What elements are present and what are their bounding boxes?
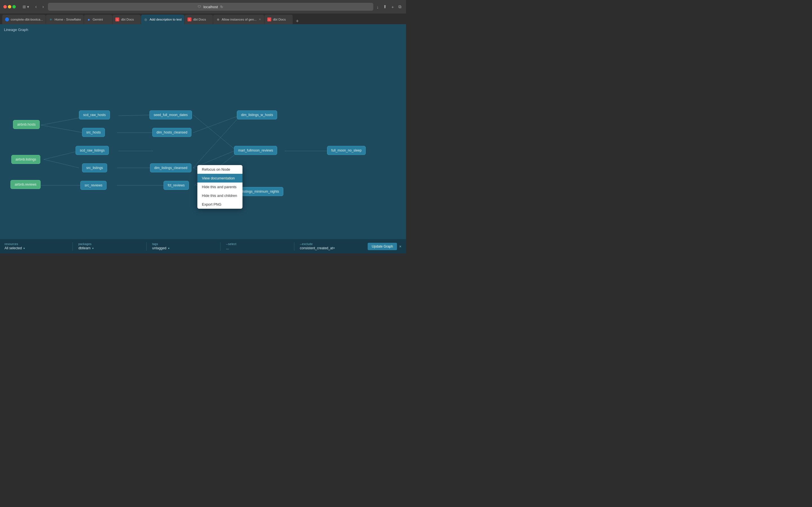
node-airbnb-listings[interactable]: airbnb.listings xyxy=(11,155,40,164)
downloads-btn[interactable]: ↓ xyxy=(375,4,380,10)
tab-home-snowflake[interactable]: ❄ Home - Snowflake xyxy=(46,15,84,24)
tab-label-5: Add description to test xyxy=(149,18,182,21)
node-scd-raw-hosts[interactable]: scd_raw_hosts xyxy=(79,110,110,119)
svg-line-14 xyxy=(193,115,237,151)
tab-favicon-2: ❄ xyxy=(49,17,53,21)
svg-line-1 xyxy=(41,125,83,133)
divider-1 xyxy=(72,242,73,251)
node-label: seed_full_moon_dates xyxy=(154,113,188,117)
address-bar[interactable]: 🛡 localhost ↻ xyxy=(48,3,373,11)
node-src-hosts[interactable]: src_hosts xyxy=(82,128,105,137)
tab-add-description[interactable]: ◎ Add description to test xyxy=(141,15,185,24)
svg-line-10 xyxy=(193,115,241,133)
minimize-window-btn[interactable] xyxy=(8,5,11,8)
tab-label-4: dbt Docs xyxy=(121,18,138,21)
node-scd-raw-listings[interactable]: scd_raw_listings xyxy=(75,146,109,155)
context-menu-export-png[interactable]: Export PNG xyxy=(197,200,243,209)
tab-favicon-6: L xyxy=(188,17,192,21)
node-airbnb-hosts[interactable]: airbnb.hosts xyxy=(13,120,40,129)
toolbar-close-btn[interactable]: × xyxy=(399,244,402,249)
node-label: scd_raw_hosts xyxy=(83,113,106,117)
tab-dbt-docs-2[interactable]: L dbt Docs xyxy=(185,15,213,24)
tab-label-6: dbt Docs xyxy=(193,18,210,21)
tab-dbt-docs-1[interactable]: L dbt Docs xyxy=(112,15,141,24)
shield-icon: 🛡 xyxy=(198,5,201,9)
node-label: dim_hosts_cleansed xyxy=(156,130,187,134)
node-label: airbnb.reviews xyxy=(15,182,36,186)
select-label: --select xyxy=(226,242,289,245)
node-dim-listings-w-hosts[interactable]: dim_listings_w_hosts xyxy=(237,110,277,119)
update-graph-btn[interactable]: Update Graph xyxy=(368,243,397,250)
tab-favicon-1 xyxy=(5,17,9,21)
share-btn[interactable]: ⬆ xyxy=(382,4,388,10)
new-tab-btn[interactable]: + xyxy=(390,4,395,10)
back-btn[interactable]: ‹ xyxy=(34,3,38,10)
context-menu-hide-parents[interactable]: Hide this and parents xyxy=(197,182,243,191)
node-label: dim_listings_w_hosts xyxy=(241,113,273,117)
forward-btn[interactable]: › xyxy=(41,3,45,10)
svg-line-11 xyxy=(193,115,241,168)
close-window-btn[interactable] xyxy=(3,5,7,8)
node-label: fct_reviews xyxy=(168,183,185,187)
resources-value: All selected xyxy=(4,246,22,250)
select-section: --select ... xyxy=(226,242,294,250)
tab-label-1: complete-dbt-bootca... xyxy=(11,18,43,21)
packages-control[interactable]: dbtlearn ▾ xyxy=(79,246,141,250)
context-menu-refocus[interactable]: Refocus on Node xyxy=(197,165,243,174)
tags-dropdown-btn[interactable]: ▾ xyxy=(168,247,169,250)
sidebar-toggle-btn[interactable]: ⊞ ▾ xyxy=(20,3,31,10)
node-mart-fullmoon[interactable]: mart_fullmoon_reviews xyxy=(234,146,277,155)
node-label: src_hosts xyxy=(86,130,101,134)
node-dim-hosts-cleansed[interactable]: dim_hosts_cleansed xyxy=(152,128,192,137)
browser-actions: ↓ ⬆ + ⧉ xyxy=(375,4,403,10)
tags-section: tags untagged ▾ xyxy=(152,242,220,250)
window-controls xyxy=(3,5,16,8)
context-menu-hide-children[interactable]: Hide this and children xyxy=(197,191,243,200)
node-seed-full-moon[interactable]: seed_full_moon_dates xyxy=(149,110,192,119)
svg-line-5 xyxy=(118,115,152,116)
select-control[interactable]: ... xyxy=(226,246,289,250)
node-label: src_listings xyxy=(86,166,103,170)
packages-section: packages dbtlearn ▾ xyxy=(79,242,146,250)
node-label: scd_raw_listings xyxy=(80,149,105,152)
resources-dropdown-btn[interactable]: ▾ xyxy=(23,247,25,250)
svg-line-0 xyxy=(41,117,83,125)
exclude-control[interactable]: consistent_created_at+ xyxy=(300,246,362,250)
packages-value: dbtlearn xyxy=(79,246,91,250)
resources-section: resources All selected ▾ xyxy=(4,242,72,250)
resources-control[interactable]: All selected ▾ xyxy=(4,246,67,250)
tab-label-8: dbt Docs xyxy=(273,18,290,21)
tab-favicon-5: ◎ xyxy=(144,17,148,21)
node-airbnb-reviews[interactable]: airbnb.reviews xyxy=(10,180,41,189)
node-full-moon-no-sleep[interactable]: full_moon_no_sleep xyxy=(327,146,366,155)
divider-3 xyxy=(220,242,220,251)
node-label: src_reviews xyxy=(85,183,102,187)
packages-dropdown-btn[interactable]: ▾ xyxy=(92,247,94,250)
new-tab-plus-btn[interactable]: + xyxy=(294,18,301,24)
tab-dbt-docs-3[interactable]: L dbt Docs xyxy=(264,15,293,24)
tags-value: untagged xyxy=(152,246,166,250)
tab-gemini[interactable]: ◆ Gemini xyxy=(84,15,112,24)
tab-complete-dbt[interactable]: complete-dbt-bootca... xyxy=(2,15,46,24)
context-menu-view-docs[interactable]: View documentation xyxy=(197,174,243,182)
maximize-window-btn[interactable] xyxy=(12,5,16,8)
node-src-reviews[interactable]: src_reviews xyxy=(80,181,107,190)
svg-line-3 xyxy=(44,159,79,168)
select-value: ... xyxy=(226,246,229,250)
node-dim-listings-cleansed[interactable]: dim_listings_cleansed xyxy=(150,163,192,172)
node-src-listings[interactable]: src_listings xyxy=(82,163,107,172)
tab-close-btn[interactable]: × xyxy=(258,17,261,21)
reload-icon[interactable]: ↻ xyxy=(220,5,223,9)
exclude-section: --exclude consistent_created_at+ xyxy=(300,242,368,250)
tags-control[interactable]: untagged ▾ xyxy=(152,246,214,250)
exclude-value: consistent_created_at+ xyxy=(300,246,335,250)
tab-favicon-3: ◆ xyxy=(87,17,91,21)
node-fct-reviews[interactable]: fct_reviews xyxy=(163,181,189,190)
tabs-bar: complete-dbt-bootca... ❄ Home - Snowflak… xyxy=(0,13,406,24)
node-label: mart_fullmoon_reviews xyxy=(238,149,273,152)
lineage-graph-title: Lineage Graph xyxy=(4,27,28,32)
node-label: dim_listings_cleansed xyxy=(154,166,187,170)
tab-allow-instances[interactable]: ⊕ Allow instances of gen... × xyxy=(213,15,264,24)
tab-label-3: Gemini xyxy=(93,18,109,21)
tab-overview-btn[interactable]: ⧉ xyxy=(397,4,403,10)
